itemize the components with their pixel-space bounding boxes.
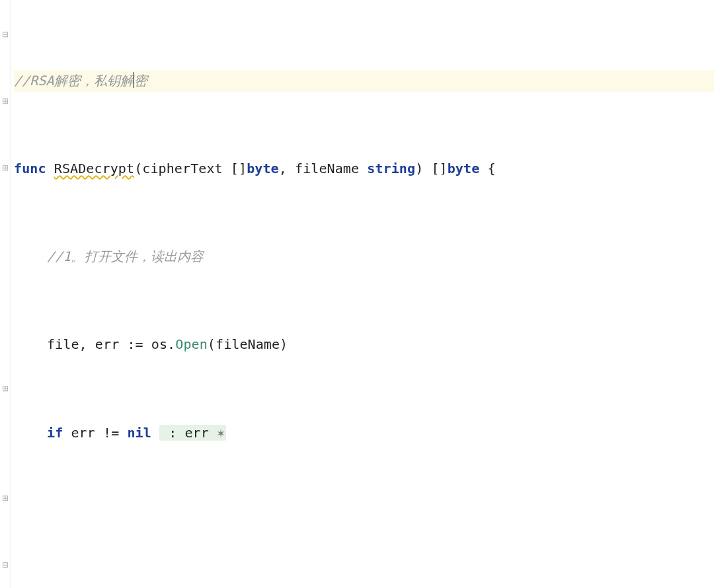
fold-end-icon[interactable]: ⊟ — [1, 561, 9, 569]
fold-closed-icon[interactable]: ⊞ — [1, 164, 9, 172]
comment-text: //1。打开文件，读出内容 — [47, 248, 204, 264]
code-text: file, err := os. — [47, 336, 175, 352]
sig-text: { — [479, 161, 495, 176]
code-line[interactable]: //RSA解密，私钥解密 — [14, 70, 714, 92]
code-line[interactable]: //1。打开文件，读出内容 — [14, 246, 714, 268]
sig-text: ) [] — [415, 161, 448, 176]
type-string: string — [367, 161, 415, 176]
code-line[interactable]: if err != nil : err ✶ — [14, 422, 714, 444]
code-text: (fileName) — [208, 336, 288, 352]
comment-text: 密 — [134, 73, 147, 89]
fold-closed-icon[interactable]: ⊞ — [1, 494, 9, 502]
method-call: Open — [175, 336, 208, 352]
folded-block[interactable]: : err ✶ — [159, 425, 226, 441]
code-area[interactable]: //RSA解密，私钥解密 func RSADecrypt(cipherText … — [11, 0, 714, 588]
code-editor[interactable]: ⊟ ⊞ ⊞ ⊞ ⊞ ⊟ //RSA解密，私钥解密 func RSADecrypt… — [0, 0, 714, 588]
sig-text: , fileName — [279, 161, 368, 176]
keyword-if: if — [47, 425, 63, 441]
editor-gutter: ⊟ ⊞ ⊞ ⊞ ⊞ ⊟ — [0, 0, 11, 588]
type-byte: byte — [247, 161, 279, 176]
sig-text: (cipherText [] — [134, 161, 247, 176]
fold-star-icon: ✶ — [217, 425, 225, 441]
code-line[interactable]: file, err := os.Open(fileName) — [14, 334, 714, 355]
func-name: RSADecrypt — [54, 161, 134, 176]
code-line[interactable]: func RSADecrypt(cipherText []byte, fileN… — [14, 158, 714, 180]
keyword-func: func — [14, 161, 46, 176]
fold-closed-icon[interactable]: ⊞ — [1, 97, 9, 105]
fold-open-icon[interactable]: ⊟ — [1, 30, 9, 38]
code-text: err != — [63, 425, 127, 441]
fold-closed-icon[interactable]: ⊞ — [1, 385, 9, 392]
nil-literal: nil — [127, 425, 151, 441]
blank-line[interactable] — [14, 510, 714, 532]
type-byte: byte — [448, 161, 480, 176]
